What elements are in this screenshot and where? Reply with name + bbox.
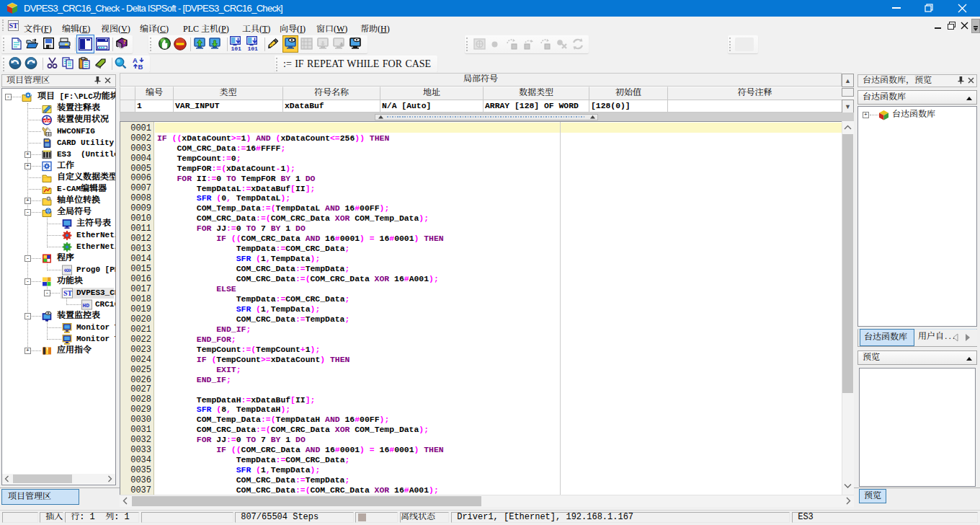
svg-text:A: A [133, 56, 138, 64]
svg-text:?: ? [123, 39, 126, 45]
svg-text:101: 101 [248, 45, 259, 52]
svg-text:B: B [138, 63, 143, 71]
svg-text:»: » [67, 267, 71, 275]
svg-text:101: 101 [231, 45, 242, 52]
svg-text:ST: ST [63, 289, 73, 297]
svg-text:HD: HD [83, 302, 90, 309]
